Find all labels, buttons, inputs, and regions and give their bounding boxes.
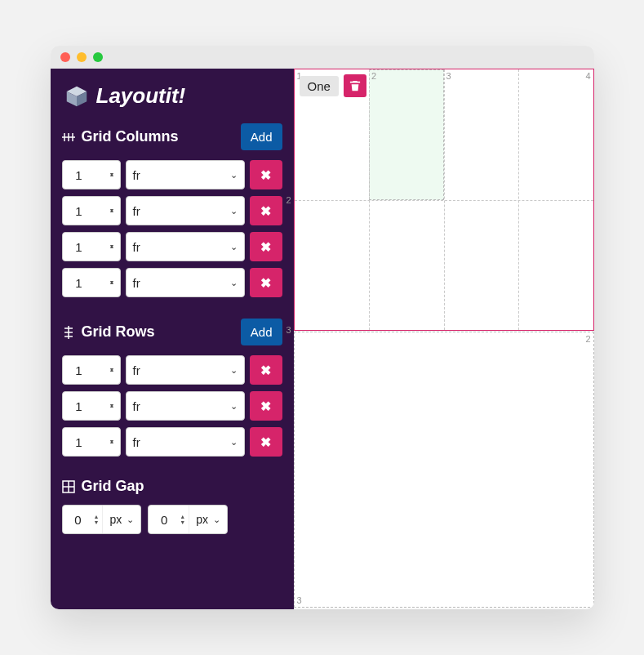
remove-column-button[interactable]: ✖ (250, 160, 282, 189)
row-unit-select[interactable]: fr⌄ (126, 355, 245, 385)
column-unit-select[interactable]: fr⌄ (126, 196, 245, 225)
titlebar (51, 46, 594, 69)
close-icon: ✖ (260, 363, 271, 378)
column-track-row: ▲▼fr⌄✖ (62, 196, 282, 225)
gap-title: Grid Gap (82, 478, 144, 495)
col-gap-field[interactable] (63, 513, 94, 527)
area-name-label[interactable]: One (300, 76, 339, 96)
column-unit-select[interactable]: fr⌄ (126, 268, 245, 297)
remove-column-button[interactable]: ✖ (250, 268, 282, 297)
column-value-field[interactable] (63, 168, 95, 182)
section-rows: Grid Rows Add ▲▼fr⌄✖▲▼fr⌄✖▲▼fr⌄✖ (62, 319, 282, 457)
second-grid-preview[interactable]: 2 3 (294, 332, 594, 608)
column-value-input: ▲▼ (62, 160, 121, 189)
remove-column-button[interactable]: ✖ (250, 232, 282, 261)
close-icon: ✖ (260, 203, 271, 219)
close-icon[interactable] (60, 52, 70, 62)
row-gap-field[interactable] (149, 513, 180, 527)
col-label-3: 3 (446, 71, 451, 81)
minimize-icon[interactable] (77, 52, 87, 62)
rows-title: Grid Rows (82, 323, 155, 341)
col-gap-unit-select[interactable]: px⌄ (102, 506, 140, 533)
cube-icon (65, 85, 88, 108)
second-label-3: 3 (297, 595, 302, 605)
column-value-field[interactable] (63, 204, 95, 218)
row-track-row: ▲▼fr⌄✖ (62, 427, 282, 457)
close-icon: ✖ (260, 167, 271, 183)
row-track-row: ▲▼fr⌄✖ (62, 391, 282, 421)
sidebar: Layoutit! Grid Columns Add (51, 69, 294, 609)
col-gap-input: ▲▼ px⌄ (62, 505, 142, 534)
column-value-input: ▲▼ (62, 268, 121, 297)
column-value-field[interactable] (63, 240, 95, 254)
area-toolbar: One (300, 74, 366, 97)
column-track-row: ▲▼fr⌄✖ (62, 160, 282, 189)
row-gap-unit-select[interactable]: px⌄ (189, 506, 227, 533)
logo: Layoutit! (65, 83, 282, 109)
row-unit-select[interactable]: fr⌄ (126, 427, 245, 457)
row-value-input: ▲▼ (62, 355, 121, 385)
row-unit-select[interactable]: fr⌄ (126, 391, 245, 421)
column-unit-select[interactable]: fr⌄ (126, 232, 245, 261)
canvas[interactable]: 1 2 3 4 2 3 One 2 3 (294, 69, 594, 609)
col-gap-stepper[interactable]: ▲▼ (94, 514, 103, 525)
row-value-field[interactable] (63, 435, 95, 449)
close-icon: ✖ (260, 399, 271, 414)
rows-icon (62, 326, 75, 339)
row-track-row: ▲▼fr⌄✖ (62, 355, 282, 385)
remove-row-button[interactable]: ✖ (250, 355, 282, 385)
row-label-3: 3 (286, 325, 291, 335)
col-label-2: 2 (371, 71, 376, 81)
column-unit-select[interactable]: fr⌄ (126, 160, 245, 189)
column-value-input: ▲▼ (62, 232, 121, 261)
column-track-row: ▲▼fr⌄✖ (62, 268, 282, 297)
section-gap: Grid Gap ▲▼ px⌄ ▲▼ px⌄ (62, 478, 282, 534)
grid-preview[interactable]: 1 2 3 4 2 3 One (294, 69, 594, 331)
column-value-field[interactable] (63, 276, 95, 290)
close-icon: ✖ (260, 434, 271, 450)
add-row-button[interactable]: Add (241, 319, 282, 345)
column-value-input: ▲▼ (62, 196, 121, 225)
row-gap-stepper[interactable]: ▲▼ (180, 514, 189, 525)
col-label-4: 4 (585, 71, 590, 81)
remove-row-button[interactable]: ✖ (250, 391, 282, 421)
remove-column-button[interactable]: ✖ (250, 196, 282, 225)
column-track-row: ▲▼fr⌄✖ (62, 232, 282, 261)
row-value-input: ▲▼ (62, 427, 121, 457)
window: Layoutit! Grid Columns Add (51, 46, 594, 609)
gap-icon (62, 480, 75, 493)
columns-title: Grid Columns (82, 128, 179, 145)
row-value-input: ▲▼ (62, 391, 121, 421)
close-icon: ✖ (260, 275, 271, 291)
row-value-field[interactable] (63, 363, 95, 377)
row-gap-input: ▲▼ px⌄ (148, 505, 228, 534)
trash-icon (349, 80, 361, 91)
row-value-field[interactable] (63, 399, 95, 413)
delete-area-button[interactable] (344, 74, 366, 97)
section-columns: Grid Columns Add ▲▼fr⌄✖▲▼fr⌄✖▲▼fr⌄✖▲▼fr⌄… (62, 123, 282, 297)
maximize-icon[interactable] (93, 52, 103, 62)
app-title: Layoutit! (96, 83, 186, 109)
row-label-2: 2 (286, 195, 291, 205)
second-label-2: 2 (585, 334, 590, 344)
add-column-button[interactable]: Add (241, 123, 282, 150)
columns-icon (62, 131, 75, 144)
app-body: Layoutit! Grid Columns Add (51, 69, 594, 609)
remove-row-button[interactable]: ✖ (250, 427, 282, 457)
close-icon: ✖ (260, 239, 271, 255)
selected-cell[interactable] (369, 69, 444, 200)
